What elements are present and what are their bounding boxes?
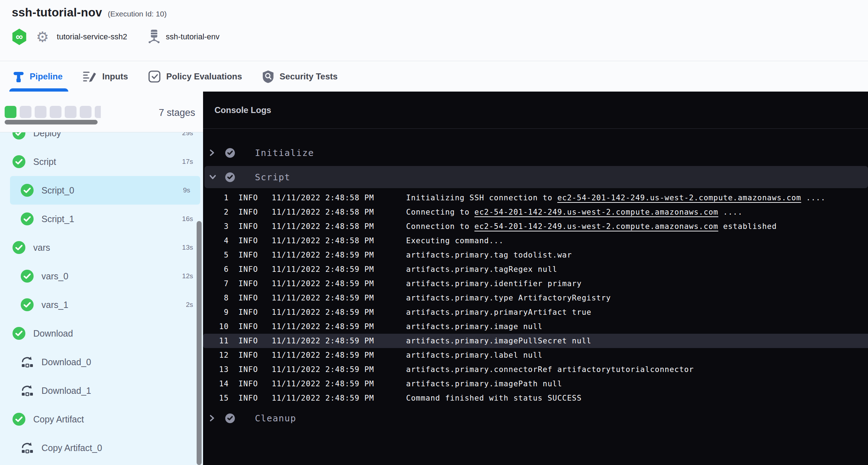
stage-duration: 12s	[182, 272, 193, 280]
looping-step-icon	[21, 385, 34, 396]
stage-row-download[interactable]: Download	[0, 319, 203, 348]
stage-row-script-0[interactable]: Script_09s	[10, 176, 200, 205]
log-line-12: 12INFO11/11/2022 2:48:59 PMartifacts.pri…	[203, 348, 868, 362]
stage-row-copy-artifact-0[interactable]: Copy Artifact_0	[0, 434, 203, 462]
log-message: artifacts.primary.imagePullSecret null	[406, 337, 591, 345]
tab-policy[interactable]: Policy Evaluations	[148, 61, 242, 92]
log-timestamp: 11/11/2022 2:48:59 PM	[272, 294, 406, 302]
stage-row-vars-0[interactable]: vars_012s	[0, 262, 203, 290]
log-timestamp: 11/11/2022 2:48:59 PM	[272, 308, 406, 317]
line-number: 1	[203, 194, 229, 202]
stages-sidebar: 7 stages Deploy29sScript17sScript_09sScr…	[0, 92, 203, 465]
success-check-icon	[13, 327, 25, 340]
tab-inputs[interactable]: Inputs	[83, 61, 128, 92]
log-level: INFO	[238, 337, 272, 345]
host-link[interactable]: ec2-54-201-142-249.us-west-2.compute.ama…	[474, 222, 718, 231]
host-link[interactable]: ec2-54-201-142-249.us-west-2.compute.ama…	[557, 194, 801, 202]
log-line-7: 7INFO11/11/2022 2:48:59 PMartifacts.prim…	[203, 276, 868, 291]
stage-row-copy-artifact[interactable]: Copy Artifact	[0, 405, 203, 434]
log-line-13: 13INFO11/11/2022 2:48:59 PMartifacts.pri…	[203, 362, 868, 377]
stage-row-download-0[interactable]: Download_0	[0, 348, 203, 376]
success-check-icon	[13, 241, 25, 254]
stage-label: Copy Artifact_0	[41, 443, 102, 453]
line-number: 11	[203, 337, 229, 345]
stage-row-download-1[interactable]: Download_1	[0, 376, 203, 405]
log-line-5: 5INFO11/11/2022 2:48:59 PMartifacts.prim…	[203, 248, 868, 262]
log-message: artifacts.primary.connectorRef artifacto…	[406, 365, 694, 374]
stage-row-script-1[interactable]: Script_116s	[0, 205, 203, 233]
stage-list: Deploy29sScript17sScript_09sScript_116sv…	[0, 132, 203, 465]
pipeline-tab-icon	[13, 70, 24, 83]
tab-security[interactable]: Security Tests	[262, 61, 337, 92]
section-name: Script	[255, 172, 290, 182]
stage-duration: 13s	[182, 244, 193, 251]
stage-row-deploy[interactable]: Deploy29s	[0, 132, 203, 147]
log-line-4: 4INFO11/11/2022 2:48:58 PMExecuting comm…	[203, 234, 868, 248]
log-timestamp: 11/11/2022 2:48:59 PM	[272, 365, 406, 374]
gear-icon: ⚙	[36, 30, 49, 44]
inputs-tab-icon	[83, 70, 97, 83]
stage-row-script[interactable]: Script17s	[0, 147, 203, 176]
log-level: INFO	[238, 222, 272, 231]
log-timestamp: 11/11/2022 2:48:58 PM	[272, 236, 406, 245]
stage-label: Download	[33, 328, 73, 339]
line-number: 12	[203, 351, 229, 359]
log-message: artifacts.primary.image null	[406, 322, 543, 331]
log-section-script[interactable]: Script	[204, 166, 868, 188]
stage-duration: 17s	[182, 158, 193, 166]
stage-progress-segment	[50, 106, 61, 118]
host-link[interactable]: ec2-54-201-142-249.us-west-2.compute.ama…	[474, 208, 718, 216]
log-timestamp: 11/11/2022 2:48:58 PM	[272, 222, 406, 231]
log-message: Executing command...	[406, 236, 504, 245]
service-label[interactable]: tutorial-service-ssh2	[57, 32, 127, 41]
log-lines: 1INFO11/11/2022 2:48:58 PMInitializing S…	[203, 191, 868, 405]
tab-label: Pipeline	[30, 72, 63, 82]
log-message: artifacts.primary.primaryArtifact true	[406, 308, 591, 317]
success-check-icon	[21, 270, 34, 283]
log-timestamp: 11/11/2022 2:48:59 PM	[272, 265, 406, 274]
line-number: 4	[203, 236, 229, 245]
execution-tab-bar: PipelineInputsPolicy EvaluationsSecurity…	[0, 61, 868, 92]
stage-row-vars-1[interactable]: vars_12s	[0, 290, 203, 319]
stage-progress-segment	[65, 106, 77, 118]
line-number: 2	[203, 208, 229, 216]
vertical-scrollbar[interactable]	[197, 221, 202, 465]
log-timestamp: 11/11/2022 2:48:59 PM	[272, 394, 406, 402]
log-timestamp: 11/11/2022 2:48:58 PM	[272, 194, 406, 202]
horizontal-scrollbar[interactable]	[5, 120, 98, 124]
log-line-8: 8INFO11/11/2022 2:48:59 PMartifacts.prim…	[203, 291, 868, 305]
tab-pipeline[interactable]: Pipeline	[13, 61, 63, 92]
log-message: Connecting to ec2-54-201-142-249.us-west…	[406, 208, 743, 216]
environment-label[interactable]: ssh-tutorial-env	[166, 32, 220, 41]
log-message: artifacts.primary.tagRegex null	[406, 265, 557, 274]
chevron-down-icon[interactable]	[209, 174, 217, 180]
log-level: INFO	[238, 279, 272, 288]
log-timestamp: 11/11/2022 2:48:59 PM	[272, 380, 406, 388]
policy-tab-icon	[148, 70, 161, 83]
chevron-right-icon[interactable]	[209, 149, 217, 157]
line-number: 9	[203, 308, 229, 317]
security-tab-icon	[262, 70, 274, 83]
stage-label: vars_1	[41, 300, 68, 310]
line-number: 6	[203, 265, 229, 274]
log-section-cleanup[interactable]: Cleanup	[203, 407, 868, 429]
console-logs-panel: Console Logs InitializeScript1INFO11/11/…	[203, 92, 868, 465]
cd-pipeline-icon: ∞	[12, 29, 27, 45]
log-message: artifacts.primary.type ArtifactoryRegist…	[406, 294, 611, 302]
stage-progress-segment	[5, 106, 16, 118]
log-message: Initializing SSH connection to ec2-54-20…	[406, 194, 825, 202]
stage-label: Script_0	[41, 185, 74, 196]
stage-duration: 29s	[182, 132, 193, 137]
section-success-check-icon	[225, 413, 235, 423]
stage-row-vars[interactable]: vars13s	[0, 233, 203, 262]
log-level: INFO	[238, 380, 272, 388]
log-timestamp: 11/11/2022 2:48:58 PM	[272, 208, 406, 216]
tab-label: Inputs	[102, 72, 128, 82]
log-line-14: 14INFO11/11/2022 2:48:59 PMartifacts.pri…	[203, 377, 868, 391]
section-name: Initialize	[255, 148, 314, 158]
chevron-right-icon[interactable]	[209, 414, 217, 422]
log-section-initialize[interactable]: Initialize	[203, 142, 868, 164]
stages-progress-header: 7 stages	[0, 92, 203, 132]
log-timestamp: 11/11/2022 2:48:59 PM	[272, 351, 406, 359]
execution-header: ssh-tutorial-nov (Execution Id: 10) ∞ ⚙ …	[0, 0, 868, 61]
